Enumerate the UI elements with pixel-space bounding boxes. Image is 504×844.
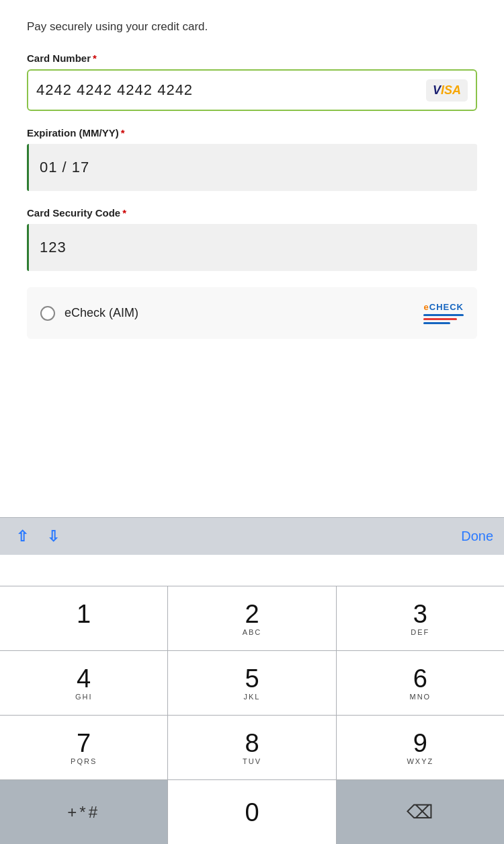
key-5[interactable]: 5 JKL	[168, 651, 336, 715]
echeck-radio[interactable]	[40, 306, 55, 321]
keyboard-row-2: 4 GHI 5 JKL 6 MNO	[0, 650, 504, 715]
expiration-field: Expiration (MM/YY)*	[27, 127, 477, 191]
card-number-field: Card Number* VISA	[27, 52, 477, 111]
echeck-logo-lines	[423, 314, 464, 324]
echeck-section[interactable]: eCheck (AIM) eCHECK	[27, 287, 477, 339]
keyboard-row-4: +*# 0 ⌫	[0, 779, 504, 844]
expiration-label: Expiration (MM/YY)*	[27, 127, 477, 139]
key-6[interactable]: 6 MNO	[337, 651, 504, 715]
keyboard-row-3: 7 PQRS 8 TUV 9 WXYZ	[0, 715, 504, 779]
card-number-input-wrapper[interactable]: VISA	[27, 69, 477, 111]
card-number-label: Card Number*	[27, 52, 477, 64]
key-backspace[interactable]: ⌫	[337, 780, 504, 844]
echeck-logo: eCHECK	[423, 302, 464, 324]
echeck-logo-check: CHECK	[429, 302, 464, 312]
key-7[interactable]: 7 PQRS	[0, 716, 168, 779]
security-code-input-wrapper[interactable]	[27, 224, 477, 271]
key-2[interactable]: 2 ABC	[168, 586, 336, 650]
key-9[interactable]: 9 WXYZ	[337, 716, 504, 779]
page-subtitle: Pay securely using your credit card.	[27, 20, 477, 34]
security-code-label: Card Security Code*	[27, 207, 477, 219]
security-code-input[interactable]	[40, 239, 466, 256]
expiration-input-wrapper[interactable]	[27, 144, 477, 191]
toolbar-up-arrow[interactable]: ⇧	[11, 525, 34, 548]
security-code-field: Card Security Code*	[27, 207, 477, 271]
toolbar-done-button[interactable]: Done	[461, 529, 493, 544]
toolbar-down-arrow[interactable]: ⇩	[42, 525, 65, 548]
key-4[interactable]: 4 GHI	[0, 651, 168, 715]
numeric-keyboard: 1 2 ABC 3 DEF 4 GHI 5 JKL 6 MNO 7 PQRS	[0, 586, 504, 844]
key-symbols[interactable]: +*#	[0, 780, 168, 844]
keyboard-row-1: 1 2 ABC 3 DEF	[0, 586, 504, 650]
toolbar-arrows: ⇧ ⇩	[11, 525, 65, 548]
key-1[interactable]: 1	[0, 586, 168, 650]
echeck-label: eCheck (AIM)	[65, 306, 138, 320]
card-number-input[interactable]	[36, 81, 426, 99]
visa-badge: VISA	[426, 79, 468, 102]
key-8[interactable]: 8 TUV	[168, 716, 336, 779]
key-3[interactable]: 3 DEF	[337, 586, 504, 650]
echeck-left: eCheck (AIM)	[40, 306, 138, 321]
key-0[interactable]: 0	[168, 780, 336, 844]
expiration-input[interactable]	[40, 159, 466, 176]
keyboard-toolbar: ⇧ ⇩ Done	[0, 517, 504, 555]
echeck-logo-e: e	[424, 302, 429, 312]
